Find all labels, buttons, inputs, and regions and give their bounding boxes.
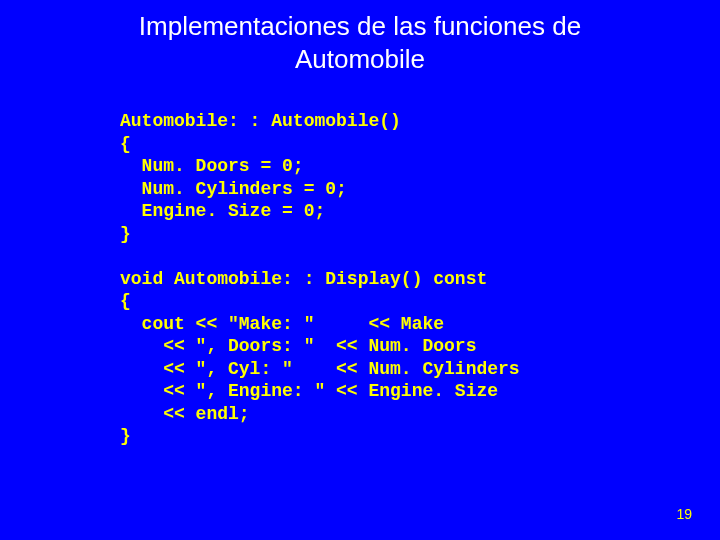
code-block: Automobile: : Automobile() { Num. Doors … (120, 110, 520, 448)
code-line: } (120, 426, 131, 446)
code-line: { (120, 134, 131, 154)
slide-title: Implementaciones de las funciones de Aut… (0, 0, 720, 75)
code-line: Num. Doors = 0; (120, 156, 304, 176)
code-line: Engine. Size = 0; (120, 201, 325, 221)
code-line: Automobile: : Automobile() (120, 111, 401, 131)
code-line: cout << "Make: " << Make (120, 314, 444, 334)
code-line: } (120, 224, 131, 244)
title-line-1: Implementaciones de las funciones de (139, 11, 581, 41)
title-line-2: Automobile (295, 44, 425, 74)
page-number: 19 (676, 506, 692, 522)
code-line: << ", Doors: " << Num. Doors (120, 336, 476, 356)
code-line: Num. Cylinders = 0; (120, 179, 347, 199)
code-line: << ", Cyl: " << Num. Cylinders (120, 359, 520, 379)
code-line: << ", Engine: " << Engine. Size (120, 381, 498, 401)
code-line: << endl; (120, 404, 250, 424)
slide: Implementaciones de las funciones de Aut… (0, 0, 720, 540)
code-line: void Automobile: : Display() const (120, 269, 487, 289)
code-line: { (120, 291, 131, 311)
